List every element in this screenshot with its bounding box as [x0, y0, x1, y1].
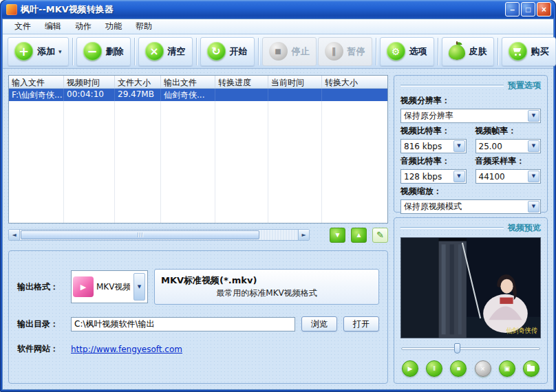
buy-label: 购买 — [531, 45, 549, 58]
chevron-down-icon[interactable]: ▼ — [528, 140, 539, 152]
scroll-left-button[interactable]: ◄ — [9, 230, 20, 240]
scrollbar-track[interactable] — [20, 230, 298, 240]
remove-button[interactable]: − 删除 — [76, 37, 131, 66]
left-column: 输入文件 视频时间 文件大小 输出文件 转换进度 当前时间 转换大小 F:\仙剑… — [8, 75, 388, 384]
chevron-down-icon[interactable]: ▼ — [528, 171, 539, 182]
seek-thumb[interactable] — [454, 343, 460, 353]
scrollbar-thumb[interactable] — [21, 230, 259, 239]
seek-slider[interactable] — [400, 342, 541, 356]
format-dropdown-button[interactable]: ▼ — [133, 273, 145, 301]
table-header: 输入文件 视频时间 文件大小 输出文件 转换进度 当前时间 转换大小 — [9, 76, 387, 89]
move-down-button[interactable]: ▼ — [330, 228, 345, 243]
stop-label: 停止 — [292, 45, 310, 58]
app-icon — [6, 4, 17, 15]
chevron-down-icon[interactable]: ▼ — [528, 201, 539, 213]
close-button[interactable]: × — [537, 2, 551, 17]
format-select[interactable]: ▶ MKV视频 ▼ — [71, 270, 148, 303]
menu-file[interactable]: 文件 — [8, 19, 37, 34]
stop-icon: ■ — [269, 42, 288, 61]
preset-group-header: 预置选项 — [400, 80, 541, 91]
app-window: 枫叶--MKV视频转换器 – □ × 文件 编辑 动作 功能 帮助 + 添加 ▾… — [0, 0, 556, 392]
scale-select[interactable]: 保持原视频模式 ▼ — [400, 199, 541, 214]
maximize-button[interactable]: □ — [521, 2, 535, 17]
close-icon: × — [542, 6, 546, 14]
clear-button[interactable]: × 清空 — [138, 37, 193, 66]
website-link[interactable]: http://www.fengyesoft.com — [71, 345, 182, 354]
toolbar-separator — [258, 38, 259, 65]
add-button[interactable]: + 添加 ▾ — [8, 37, 69, 66]
framerate-select[interactable]: 25.00 ▼ — [475, 139, 542, 153]
format-row: 输出格式： ▶ MKV视频 ▼ MKV标准视频(*.mkv) 最常用的标准MKV… — [17, 269, 379, 305]
scroll-right-button[interactable]: ► — [298, 230, 309, 240]
titlebar[interactable]: 枫叶--MKV视频转换器 – □ × — [2, 0, 554, 19]
skin-label: 皮肤 — [469, 45, 487, 58]
video-bitrate-label: 视频比特率： — [400, 125, 467, 137]
format-name: MKV标准视频(*.mkv) — [161, 274, 372, 287]
audio-bitrate-select[interactable]: 128 kbps ▼ — [400, 169, 467, 184]
remove-icon: − — [83, 42, 102, 61]
pause-preview-button[interactable]: ‖ — [426, 360, 442, 377]
menu-function[interactable]: 功能 — [99, 19, 128, 34]
play-icon: ▶ — [408, 366, 413, 372]
column-output-file[interactable]: 输出文件 — [161, 76, 215, 88]
samplerate-label: 音频采样率： — [475, 155, 542, 167]
column-converted-size[interactable]: 转换大小 — [322, 76, 387, 88]
window-controls: – □ × — [505, 2, 551, 17]
chevron-down-icon[interactable]: ▼ — [453, 140, 465, 152]
format-label: 输出格式： — [17, 281, 71, 293]
horizontal-scrollbar[interactable]: ◄ ► — [8, 229, 310, 241]
directory-row: 输出目录： 浏览 打开 — [17, 316, 379, 331]
audio-bitrate-label: 音频比特率： — [400, 155, 467, 167]
table-row[interactable]: F:\仙剑奇侠... 00:04:10 29.47MB 仙剑奇侠... — [9, 89, 387, 101]
snapshot-button[interactable]: ▣ — [499, 360, 515, 377]
column-input-file[interactable]: 输入文件 — [9, 76, 64, 88]
file-table: 输入文件 视频时间 文件大小 输出文件 转换进度 当前时间 转换大小 F:\仙剑… — [8, 75, 388, 224]
start-icon: ↻ — [207, 42, 226, 61]
move-up-button[interactable]: ▲ — [351, 228, 367, 243]
open-folder-button[interactable] — [523, 360, 539, 377]
chevron-down-icon[interactable]: ▼ — [528, 110, 539, 122]
menu-edit[interactable]: 编辑 — [39, 19, 67, 34]
menu-help[interactable]: 帮助 — [129, 19, 158, 34]
format-value: MKV视频 — [96, 281, 130, 293]
close-preview-button[interactable]: × — [475, 360, 491, 377]
samplerate-select[interactable]: 44100 ▼ — [475, 169, 542, 184]
right-column: 预置选项 视频分辨率： 保持原分辨率 ▼ 视频比特率： 视频帧率： — [394, 75, 548, 384]
scale-label: 视频缩放： — [400, 186, 442, 197]
column-current-time[interactable]: 当前时间 — [268, 76, 322, 88]
minimize-button[interactable]: – — [505, 2, 520, 17]
cell-converted-size — [322, 89, 387, 101]
preview-group-title: 视频预览 — [508, 222, 541, 234]
preview-watermark: 仙剑奇侠传 — [506, 326, 538, 334]
edit-button[interactable]: ✎ — [372, 228, 388, 243]
add-label: 添加 — [37, 45, 55, 58]
buy-button[interactable]: 购买 — [502, 37, 556, 66]
chevron-down-icon[interactable]: ▼ — [453, 171, 465, 182]
seek-track[interactable] — [401, 347, 540, 350]
skin-button[interactable]: 皮肤 — [442, 37, 494, 66]
list-tools: ▼ ▲ ✎ — [330, 228, 388, 243]
website-row: 软件网站： http://www.fengyesoft.com — [17, 343, 379, 355]
open-button[interactable]: 打开 — [343, 316, 379, 331]
column-file-size[interactable]: 文件大小 — [115, 76, 161, 88]
stop-preview-button[interactable]: ■ — [450, 360, 467, 377]
video-preview-screen: 仙剑奇侠传 — [400, 237, 541, 338]
clear-label: 清空 — [168, 45, 186, 58]
menu-action[interactable]: 动作 — [69, 19, 98, 34]
directory-label: 输出目录： — [17, 318, 71, 330]
output-dir-input[interactable] — [71, 317, 295, 331]
pause-icon: ‖ — [325, 42, 343, 61]
video-bitrate-select[interactable]: 816 kbps ▼ — [400, 139, 467, 153]
column-video-time[interactable]: 视频时间 — [64, 76, 115, 88]
browse-button[interactable]: 浏览 — [301, 316, 337, 331]
play-button[interactable]: ▶ — [402, 360, 418, 377]
preset-options-group: 预置选项 视频分辨率： 保持原分辨率 ▼ 视频比特率： 视频帧率： — [394, 75, 548, 213]
column-progress[interactable]: 转换进度 — [215, 76, 268, 88]
format-description: 最常用的标准MKV视频格式 — [161, 287, 372, 299]
start-button[interactable]: ↻ 开始 — [200, 37, 255, 66]
arrow-up-icon: ▲ — [356, 231, 363, 239]
options-button[interactable]: ⚙ 选项 — [380, 37, 434, 66]
resolution-select[interactable]: 保持原分辨率 ▼ — [400, 109, 541, 123]
toolbar-separator — [196, 38, 197, 65]
cart-icon — [509, 42, 527, 61]
